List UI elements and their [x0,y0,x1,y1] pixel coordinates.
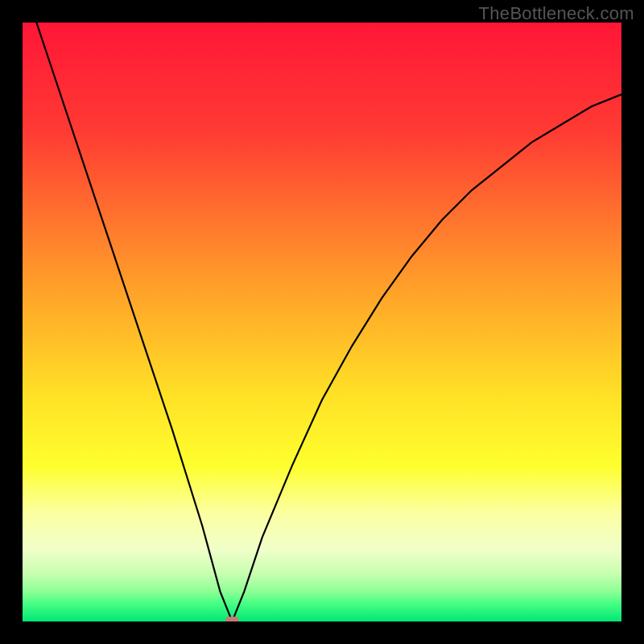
bottleneck-curve [23,23,621,621]
curve-svg [23,23,621,621]
plot-area [23,23,621,621]
optimal-point-marker [225,617,238,621]
watermark-text: TheBottleneck.com [479,3,634,24]
chart-frame: TheBottleneck.com [0,0,644,644]
